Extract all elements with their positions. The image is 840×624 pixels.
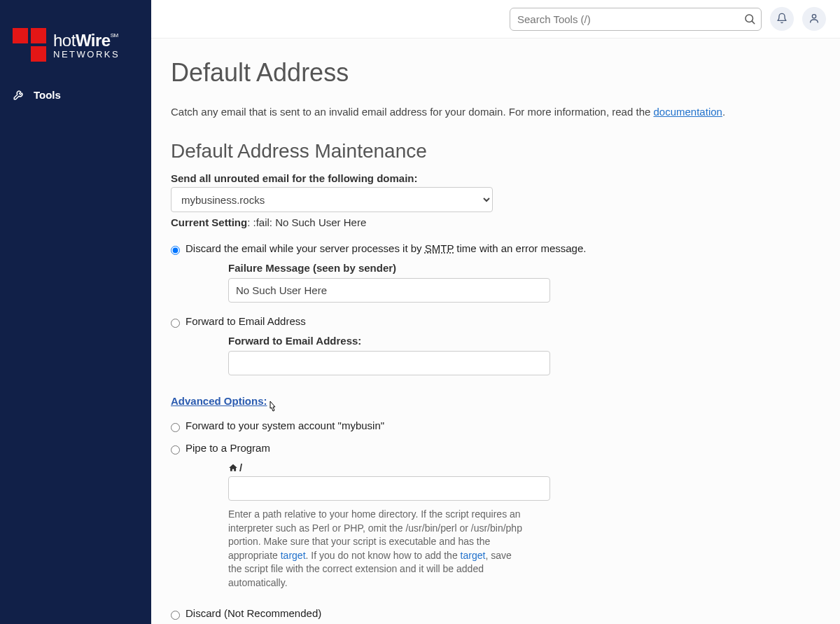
cursor-pointer-icon bbox=[266, 399, 280, 418]
sidebar: hotWireSM NETWORKS Tools bbox=[0, 0, 151, 624]
sidebar-item-label: Tools bbox=[34, 89, 61, 101]
pipe-prefix: / bbox=[228, 462, 578, 473]
topbar bbox=[151, 0, 840, 39]
target-link-1[interactable]: target bbox=[281, 550, 306, 561]
radio-discard-nr[interactable] bbox=[171, 611, 180, 620]
pipe-program-input[interactable] bbox=[228, 476, 550, 501]
radio-pipe-program[interactable] bbox=[171, 445, 180, 455]
notifications-button[interactable] bbox=[770, 7, 794, 31]
current-setting: Current Setting: :fail: No Such User Her… bbox=[171, 216, 820, 228]
user-icon bbox=[808, 13, 820, 26]
target-link-2[interactable]: target bbox=[461, 550, 486, 561]
failure-message-input[interactable] bbox=[228, 278, 550, 303]
radio-discard-nr-label: Discard (Not Recommended) bbox=[186, 607, 321, 619]
radio-discard-smtp[interactable] bbox=[171, 246, 180, 255]
account-button[interactable] bbox=[802, 7, 826, 31]
advanced-options-link[interactable]: Advanced Options: bbox=[171, 395, 267, 407]
radio-forward-email[interactable] bbox=[171, 319, 180, 328]
pipe-help-text: Enter a path relative to your home direc… bbox=[228, 508, 522, 590]
documentation-link[interactable]: documentation bbox=[654, 106, 722, 118]
home-icon bbox=[228, 463, 238, 473]
failure-message-label: Failure Message (seen by sender) bbox=[228, 262, 578, 274]
forward-email-input[interactable] bbox=[228, 351, 550, 375]
search-container bbox=[510, 8, 762, 31]
search-icon[interactable] bbox=[743, 13, 756, 25]
sidebar-item-tools[interactable]: Tools bbox=[0, 83, 151, 106]
radio-pipe-program-label: Pipe to a Program bbox=[186, 442, 270, 454]
domain-label: Send all unrouted email for the followin… bbox=[171, 172, 820, 184]
intro-text: Catch any email that is sent to an inval… bbox=[171, 106, 820, 118]
tools-icon bbox=[13, 88, 25, 101]
bell-icon bbox=[776, 13, 788, 26]
radio-forward-email-label: Forward to Email Address bbox=[186, 315, 306, 327]
section-title: Default Address Maintenance bbox=[171, 140, 820, 162]
radio-discard-smtp-label: Discard the email while your server proc… bbox=[186, 242, 586, 254]
svg-line-1 bbox=[752, 21, 754, 23]
main-content: Default Address Catch any email that is … bbox=[151, 39, 840, 624]
svg-point-2 bbox=[812, 14, 816, 18]
radio-system-account[interactable] bbox=[171, 423, 180, 432]
radio-system-account-label: Forward to your system account "mybusin" bbox=[186, 420, 384, 431]
search-input[interactable] bbox=[510, 8, 762, 31]
logo-squares-icon bbox=[13, 28, 46, 62]
page-title: Default Address bbox=[171, 58, 820, 88]
logo-text: hotWireSM NETWORKS bbox=[53, 31, 120, 60]
forward-email-label: Forward to Email Address: bbox=[228, 335, 578, 347]
brand-logo: hotWireSM NETWORKS bbox=[0, 14, 151, 83]
domain-select[interactable]: mybusiness.rocks bbox=[171, 187, 493, 212]
